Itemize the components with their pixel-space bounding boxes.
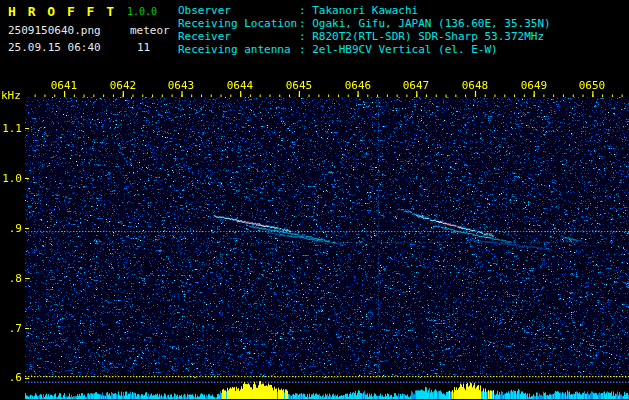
- mode-label: meteor: [130, 24, 170, 37]
- time-tick-label-0643: 0643: [166, 79, 196, 92]
- info-row-receiver: Receiver: R820T2(RTL-SDR) SDR-Sharp 53.3…: [178, 30, 551, 43]
- info-row-receiving-antenna: Receiving antenna: 2el-HB9CV Vertical (e…: [178, 43, 551, 56]
- info-value-receiving-antenna: : 2el-HB9CV Vertical (el. E-W): [299, 43, 498, 56]
- hrofft-app-window: H R O F F T 1.0.0 2509150640.png meteor …: [0, 0, 629, 400]
- output-filename: 2509150640.png: [8, 24, 101, 37]
- time-tick-label-0646: 0646: [343, 79, 373, 92]
- time-tick-label-0650: 0650: [577, 79, 607, 92]
- time-tick-label-0642: 0642: [108, 79, 138, 92]
- info-label-receiving-antenna: Receiving antenna: [178, 43, 299, 56]
- station-info-panel: Observer: Takanori Kawachi Receiving Loc…: [178, 4, 551, 56]
- freq-tick-label-0-6: .6: [0, 371, 22, 384]
- info-value-receiver: : R820T2(RTL-SDR) SDR-Sharp 53.372MHz: [299, 30, 544, 43]
- info-label-receiver: Receiver: [178, 30, 299, 43]
- time-tick-label-0648: 0648: [460, 79, 490, 92]
- time-tick-label-0649: 0649: [519, 79, 549, 92]
- info-value-observer: : Takanori Kawachi: [299, 4, 418, 17]
- time-tick-label-0644: 0644: [225, 79, 255, 92]
- freq-axis-unit-label: kHz: [1, 89, 21, 102]
- freq-tick-label-1-1: 1.1: [0, 122, 22, 135]
- info-row-receiving-location: Receiving Location: Ogaki, Gifu, JAPAN (…: [178, 17, 551, 30]
- freq-tick-label-0-7: .7: [0, 322, 22, 335]
- freq-tick-label-0-8: .8: [0, 272, 22, 285]
- freq-tick-label-1-0: 1.0: [0, 172, 22, 185]
- info-label-observer: Observer: [178, 4, 299, 17]
- meteor-count: 11: [137, 41, 150, 54]
- info-value-receiving-location: : Ogaki, Gifu, JAPAN (136.60E, 35.35N): [299, 17, 551, 30]
- info-label-receiving-location: Receiving Location: [178, 17, 299, 30]
- info-row-observer: Observer: Takanori Kawachi: [178, 4, 551, 17]
- app-version: 1.0.0: [127, 6, 157, 17]
- time-tick-label-0647: 0647: [401, 79, 431, 92]
- time-tick-label-0645: 0645: [284, 79, 314, 92]
- observation-datetime: 25.09.15 06:40: [8, 41, 101, 54]
- freq-tick-label-0-9: .9: [0, 222, 22, 235]
- time-tick-label-0641: 0641: [49, 79, 79, 92]
- spectrogram-canvas: [0, 78, 629, 400]
- app-title: H R O F F T: [8, 4, 116, 19]
